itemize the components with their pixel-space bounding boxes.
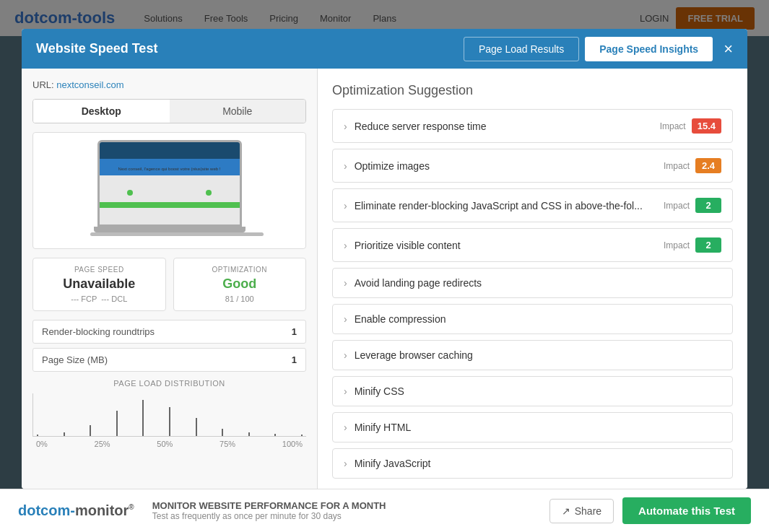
distribution-bar [169,407,170,436]
stat-label-0: Render-blocking roundtrips [42,326,292,337]
impact-badge-0: 15.4 [692,118,721,134]
chevron-right-icon: › [344,349,347,361]
impact-badge-1: 2.4 [695,158,721,173]
chevron-right-icon: › [344,277,347,289]
chevron-right-icon: › [344,121,347,132]
suggestion-text-3: Prioritize visible content [355,240,664,251]
footer-logo: dotcom-monitor® [18,502,134,519]
modal-body: URL: nextconseil.com Desktop Mobile Next… [22,69,747,489]
suggestion-text-0: Reduce server response time [355,121,660,132]
distribution-title: PAGE LOAD DISTRIBUTION [32,379,306,388]
footer-bar: dotcom-monitor® MONITOR WEBSITE PERFORMA… [0,489,769,532]
footer-promo-sub: Test as frequently as once per minute fo… [152,511,549,521]
suggestions-list: ›Reduce server response timeImpact15.4›O… [332,109,733,479]
modal-tabs: Page Load Results Page Speed Insights [464,37,713,61]
automate-test-button[interactable]: Automate this Test [622,497,751,524]
chevron-right-icon: › [344,385,347,397]
share-label: Share [575,505,601,517]
distribution-bar [248,432,250,436]
stat-value-1: 1 [292,354,297,365]
close-icon[interactable]: × [724,41,733,57]
laptop-green-bar [100,202,240,208]
suggestion-item-8[interactable]: ›Minify HTML [332,412,733,442]
tab-page-load-results[interactable]: Page Load Results [464,37,579,61]
chevron-right-icon: › [344,240,347,251]
optimization-score: 81 / 100 [181,295,299,303]
suggestion-item-1[interactable]: ›Optimize imagesImpact2.4 [332,149,733,183]
distribution-labels: 0% 25% 50% 75% 100% [32,440,306,448]
suggestion-text-7: Minify CSS [355,385,721,397]
dot-right [206,190,212,196]
suggestion-item-0[interactable]: ›Reduce server response timeImpact15.4 [332,109,733,143]
modal-title: Website Speed Test [36,41,464,56]
impact-label-3: Impact [664,240,690,250]
share-icon: ↗ [562,505,570,517]
suggestion-text-4: Avoid landing page redirects [355,277,721,289]
chevron-right-icon: › [344,422,347,433]
tab-page-speed-insights[interactable]: Page Speed Insights [585,37,713,61]
screenshot-area: Next conseil, l'agence qui boost votre (… [32,132,306,249]
distribution-bar [37,435,38,436]
chevron-right-icon: › [344,313,347,325]
suggestion-item-5[interactable]: ›Enable compression [332,304,733,334]
chevron-right-icon: › [344,200,347,212]
page-speed-value: Unavailable [40,276,158,292]
suggestion-item-4[interactable]: ›Avoid landing page redirects [332,268,733,298]
distribution-bar [64,432,65,436]
footer-promo-main: MONITOR WEBSITE PERFORMANCE FOR A MONTH [152,500,549,511]
optimization-label: OPTIMIZATION [181,266,299,274]
suggestion-text-5: Enable compression [355,313,721,325]
url-bar: URL: nextconseil.com [32,79,306,90]
distribution-chart [32,393,306,437]
left-panel: URL: nextconseil.com Desktop Mobile Next… [22,69,318,489]
stat-row-0: Render-blocking roundtrips 1 [32,320,306,344]
suggestion-item-6[interactable]: ›Leverage browser caching [332,340,733,370]
modal-header: Website Speed Test Page Load Results Pag… [22,29,747,69]
right-panel: Optimization Suggestion ›Reduce server r… [318,69,747,489]
suggestion-text-6: Leverage browser caching [355,349,721,361]
distribution-bar [142,400,144,436]
distribution-bar [196,418,197,436]
suggestion-text-1: Optimize images [355,160,664,172]
optimization-value: Good [181,276,299,292]
impact-badge-2: 2 [695,198,721,213]
suggestion-item-2[interactable]: ›Eliminate render-blocking JavaScript an… [332,188,733,222]
laptop-base [94,227,246,232]
metrics-row: PAGE SPEED Unavailable --- FCP --- DCL O… [32,258,306,311]
suggestion-text-9: Minify JavaScript [355,458,721,469]
chevron-right-icon: › [344,160,347,172]
suggestion-text-2: Eliminate render-blocking JavaScript and… [355,200,664,212]
page-speed-sub: --- FCP --- DCL [40,295,158,303]
website-speed-test-modal: Website Speed Test Page Load Results Pag… [22,29,747,489]
footer-text: MONITOR WEBSITE PERFORMANCE FOR A MONTH … [152,500,549,521]
distribution-section: PAGE LOAD DISTRIBUTION 0% 25% 50% 75% 10… [32,379,306,448]
url-value[interactable]: nextconseil.com [56,79,123,90]
optimization-metric: OPTIMIZATION Good 81 / 100 [173,258,307,311]
tab-desktop[interactable]: Desktop [33,100,170,123]
distribution-bar [301,435,303,436]
stat-row-1: Page Size (MB) 1 [32,348,306,372]
share-button[interactable]: ↗ Share [549,499,614,523]
laptop-screen-text: Next conseil, l'agence qui boost votre (… [113,167,225,171]
suggestion-item-3[interactable]: ›Prioritize visible contentImpact2 [332,228,733,262]
distribution-bar [116,411,118,436]
dot-left [127,190,133,196]
impact-label-1: Impact [664,161,690,171]
suggestion-item-9[interactable]: ›Minify JavaScript [332,448,733,479]
device-tabs: Desktop Mobile [32,99,306,123]
distribution-bar [90,425,91,436]
distribution-bar [222,429,223,436]
url-label: URL: [32,79,54,90]
suggestion-text-8: Minify HTML [355,422,721,433]
suggestion-item-7[interactable]: ›Minify CSS [332,376,733,406]
impact-label-0: Impact [660,121,686,131]
stat-label-1: Page Size (MB) [42,354,292,365]
chevron-right-icon: › [344,458,347,469]
impact-badge-3: 2 [695,237,721,253]
page-speed-metric: PAGE SPEED Unavailable --- FCP --- DCL [32,258,166,311]
tab-mobile[interactable]: Mobile [170,100,306,123]
laptop-mockup: Next conseil, l'agence qui boost votre (… [90,140,249,241]
optimization-title: Optimization Suggestion [332,83,733,98]
page-speed-label: PAGE SPEED [40,266,158,274]
stat-value-0: 1 [292,326,297,337]
